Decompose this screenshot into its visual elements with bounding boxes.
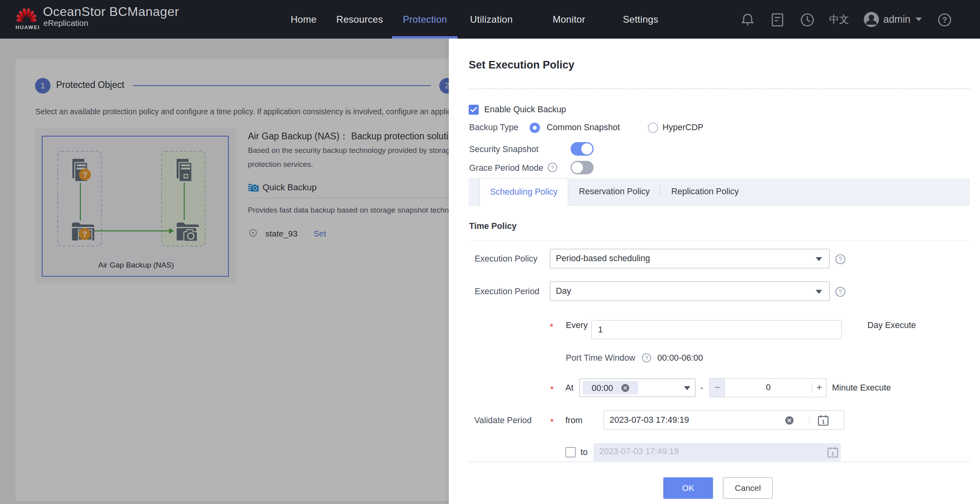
svg-text:1: 1 xyxy=(831,451,834,457)
svg-text:1: 1 xyxy=(822,419,824,425)
svg-text:?: ? xyxy=(942,16,947,24)
svg-text:?: ? xyxy=(645,355,648,361)
svg-text:?: ? xyxy=(839,289,842,295)
svg-text:?: ? xyxy=(839,256,842,263)
svg-text:?: ? xyxy=(551,164,554,171)
